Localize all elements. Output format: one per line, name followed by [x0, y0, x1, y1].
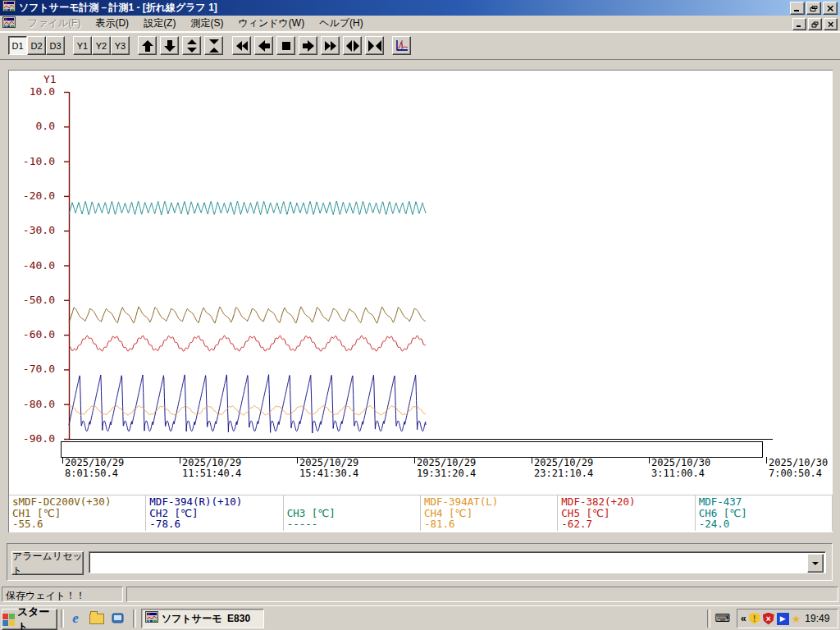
- y-tick-label: 0.0: [9, 120, 55, 132]
- system-tray: « ! × ▶ ★ 19:49: [737, 609, 838, 628]
- x-tick-label: 2025/10/29 11:51:40.4: [182, 458, 241, 479]
- security-alert-icon[interactable]: ×: [763, 613, 774, 625]
- menu-item[interactable]: 設定(Z): [136, 15, 183, 32]
- legend-cell-ch3: CH3 [℃] -----: [284, 495, 421, 531]
- fast-forward-icon: [324, 39, 337, 52]
- x-tick-label: 2025/10/29 8:01:50.4: [65, 458, 124, 479]
- step-left-button[interactable]: [254, 36, 273, 55]
- status-message: 保存ウェイト！！: [2, 587, 123, 602]
- scroll-down-button[interactable]: [160, 36, 179, 55]
- y-axis-label: Y1: [43, 73, 57, 85]
- axis-button-y3[interactable]: Y3: [111, 36, 130, 55]
- update-star-icon[interactable]: ★: [792, 611, 801, 626]
- menu-item[interactable]: 測定(S): [183, 15, 231, 32]
- taskbar-separator: [61, 609, 64, 628]
- internet-explorer-icon[interactable]: e: [67, 610, 84, 627]
- x-tick-mark: [649, 457, 650, 463]
- security-warning-icon[interactable]: !: [749, 613, 760, 625]
- display-button-d2[interactable]: D2: [27, 36, 46, 55]
- display-button-d3[interactable]: D3: [46, 36, 65, 55]
- y-tick-label: 10.0: [9, 85, 55, 98]
- close-button[interactable]: [823, 2, 838, 15]
- legend-cell-ch5: MDF-382(+20) CH5 [℃] -62.7: [558, 495, 695, 531]
- x-tick-label: 2025/10/29 23:21:10.4: [534, 458, 593, 479]
- toolbar: D1D2D3Y1Y2Y3: [0, 32, 840, 60]
- taskbar-app-label: ソフトサーモ E830: [162, 612, 250, 626]
- show-desktop-icon[interactable]: [110, 610, 126, 627]
- alarm-combobox[interactable]: [89, 551, 826, 573]
- waveform-ch6: [69, 201, 426, 215]
- graph-settings-icon: [395, 39, 409, 52]
- desktop: ソフトサーモ計測－計測1 - [折れ線グラフ 1] ファイル(F)表示(D)設定…: [0, 0, 840, 630]
- child-restore-button[interactable]: [808, 18, 822, 30]
- app-icon: [2, 0, 16, 16]
- taskbar-separator: [133, 609, 136, 628]
- compress-horizontal-button[interactable]: [365, 36, 384, 55]
- compress-vertical-icon: [208, 39, 221, 52]
- menu-item: ファイル(F): [21, 15, 88, 32]
- child-window-controls: [792, 18, 838, 30]
- compress-horizontal-icon: [368, 39, 381, 52]
- expand-horizontal-button[interactable]: [343, 36, 362, 55]
- folder-icon[interactable]: [89, 610, 105, 627]
- media-player-icon[interactable]: ▶: [777, 613, 789, 625]
- child-minimize-button[interactable]: [792, 18, 806, 30]
- x-tick-mark: [414, 457, 415, 463]
- rewind-button[interactable]: [232, 36, 251, 55]
- title-bar: ソフトサーモ計測－計測1 - [折れ線グラフ 1]: [0, 0, 840, 16]
- axis-button-y2[interactable]: Y2: [92, 36, 111, 55]
- document-icon[interactable]: [2, 16, 16, 31]
- x-tick-label: 2025/10/30 3:11:00.4: [651, 458, 710, 479]
- alarm-reset-button[interactable]: アラームリセット: [11, 551, 84, 575]
- y-tick-label: -50.0: [9, 294, 55, 306]
- menu-item[interactable]: ウィンドウ(W): [231, 15, 312, 32]
- y-tick-label: -30.0: [9, 224, 55, 236]
- window-title: ソフトサーモ計測－計測1 - [折れ線グラフ 1]: [19, 1, 217, 15]
- minimize-button[interactable]: [790, 2, 805, 15]
- expand-vertical-button[interactable]: [182, 36, 201, 55]
- chevron-down-icon: [812, 561, 819, 566]
- status-cell-empty: [126, 587, 838, 602]
- x-tick-mark: [532, 457, 532, 463]
- taskbar-app-button[interactable]: ソフトサーモ E830: [141, 609, 264, 628]
- expand-horizontal-icon: [346, 39, 359, 52]
- y-tick-label: -80.0: [9, 398, 55, 410]
- graph-settings-button[interactable]: [392, 36, 411, 55]
- status-bar: 保存ウェイト！！: [0, 584, 840, 605]
- scroll-up-button[interactable]: [138, 36, 157, 55]
- restore-button[interactable]: [806, 2, 821, 15]
- step-right-icon: [302, 39, 315, 52]
- legend-cell-ch2: MDF-394(R)(+10) CH2 [℃] -78.6: [146, 495, 283, 531]
- keyboard-icon[interactable]: ⌨: [714, 612, 730, 624]
- tray-chevron-icon[interactable]: «: [741, 613, 746, 624]
- tray-clock: 19:49: [805, 613, 829, 624]
- legend-cell-ch6: MDF-437 CH6 [℃] -24.0: [696, 495, 833, 531]
- fast-forward-button[interactable]: [321, 36, 340, 55]
- stop-button[interactable]: [276, 36, 295, 55]
- step-right-button[interactable]: [299, 36, 317, 55]
- x-tick-mark: [62, 457, 63, 463]
- waveform-ch5: [69, 336, 426, 351]
- scroll-down-icon: [163, 39, 176, 52]
- x-tick-mark: [180, 457, 180, 463]
- combobox-dropdown-button[interactable]: [807, 554, 824, 573]
- menu-item[interactable]: 表示(D): [88, 15, 136, 32]
- axis-button-y1[interactable]: Y1: [73, 36, 92, 55]
- y-tick-label: -20.0: [9, 189, 55, 202]
- line-graph-panel: Y1 10.00.0-10.0-20.0-30.0-40.0-50.0-60.0…: [8, 70, 833, 532]
- expand-vertical-icon: [185, 39, 199, 52]
- channel-legend: sMDF-DC200V(+30) CH1 [℃] -55.6MDF-394(R)…: [9, 495, 833, 531]
- menu-items: ファイル(F)表示(D)設定(Z)測定(S)ウィンドウ(W)ヘルプ(H): [21, 15, 371, 32]
- menu-item[interactable]: ヘルプ(H): [312, 15, 371, 32]
- time-range-indicator[interactable]: [61, 441, 763, 458]
- display-button-d1[interactable]: D1: [8, 36, 27, 55]
- y-tick-label: -10.0: [9, 155, 55, 167]
- legend-cell-ch1: sMDF-DC200V(+30) CH1 [℃] -55.6: [9, 495, 146, 531]
- scroll-up-icon: [141, 39, 154, 52]
- y-tick-label: -70.0: [9, 363, 55, 375]
- x-tick-label: 2025/10/29 15:41:30.4: [299, 458, 358, 479]
- start-button[interactable]: スタート: [2, 609, 57, 630]
- compress-vertical-button[interactable]: [204, 36, 223, 55]
- child-close-button[interactable]: [824, 18, 838, 30]
- waveform-ch1: [69, 307, 426, 323]
